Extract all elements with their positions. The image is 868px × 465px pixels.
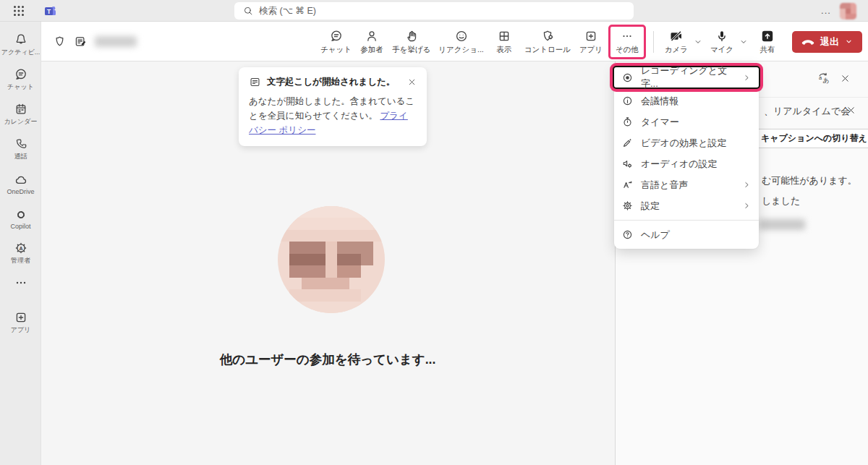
- menu-item-language-speech[interactable]: 言語と音声: [614, 174, 759, 195]
- meeting-apps-button[interactable]: アプリ: [576, 25, 606, 59]
- menu-item-meeting-info[interactable]: 会議情報: [614, 90, 759, 111]
- menu-item-label: レコーディングと文字...: [641, 64, 735, 90]
- search-placeholder: 検索 (⌥ ⌘ E): [259, 5, 316, 17]
- sidebar-item-activity[interactable]: アクティビ...: [0, 27, 41, 62]
- reactions-button[interactable]: リアクショ...: [435, 25, 486, 59]
- camera-chevron-icon[interactable]: [692, 35, 705, 48]
- leave-button[interactable]: 退出: [792, 31, 862, 53]
- sidebar-item-copilot[interactable]: Copilot: [0, 201, 41, 236]
- mic-chevron-icon[interactable]: [737, 35, 750, 48]
- toolbar-divider: [653, 31, 654, 53]
- phone-icon: [14, 137, 28, 151]
- ellipsis-icon: [620, 29, 634, 43]
- sidebar-item-label: アクティビ...: [1, 48, 41, 57]
- chevron-right-icon: [742, 73, 752, 82]
- sidebar-item-calendar[interactable]: カレンダー: [0, 97, 41, 132]
- timer-icon: [621, 116, 634, 128]
- transcript-icon: [249, 76, 261, 88]
- sidebar-item-label: チャット: [7, 82, 34, 92]
- calendar-icon: [14, 102, 28, 116]
- participant-avatar-pixelated: [278, 206, 385, 313]
- leave-label: 退出: [820, 35, 839, 48]
- caption-banner-close-icon[interactable]: [846, 105, 856, 116]
- gear-icon: [621, 200, 634, 212]
- share-screen-icon: [760, 29, 775, 43]
- control-button[interactable]: コントロール: [522, 25, 574, 59]
- menu-item-recording-transcription[interactable]: レコーディングと文字...: [614, 67, 759, 88]
- grid-view-icon: [497, 29, 511, 43]
- more-dots-icon: [14, 276, 28, 290]
- view-button[interactable]: 表示: [489, 25, 519, 59]
- switch-to-captions-button[interactable]: キャプションへの切り替え: [754, 129, 868, 148]
- menu-item-timer[interactable]: タイマー: [614, 111, 759, 132]
- caption-status-text: しました: [762, 195, 800, 208]
- menu-divider: [614, 220, 759, 221]
- participants-label: 参加者: [360, 45, 383, 55]
- app-launcher-icon[interactable]: [13, 5, 25, 17]
- more-actions-menu: レコーディングと文字... 会議情報 タイマー ビデオの効果と設定 オーディ: [614, 64, 759, 249]
- translate-language-icon[interactable]: a あ: [817, 72, 831, 85]
- svg-text:A: A: [19, 246, 22, 251]
- teams-logo-icon[interactable]: T: [43, 4, 57, 18]
- camera-button[interactable]: カメラ: [661, 25, 692, 59]
- participants-button[interactable]: 参加者: [357, 25, 387, 59]
- mic-icon: [715, 29, 729, 43]
- menu-item-label: 設定: [641, 200, 660, 213]
- sidebar-item-label: カレンダー: [4, 117, 38, 127]
- phone-down-icon: [801, 37, 815, 46]
- menu-item-help[interactable]: ヘルプ: [614, 224, 759, 245]
- topbar-more-icon[interactable]: ...: [817, 1, 835, 19]
- share-button[interactable]: 共有: [752, 25, 783, 59]
- raise-hand-label: 手を挙げる: [392, 45, 430, 55]
- teams-meeting-window: T 検索 (⌥ ⌘ E) ... アクティビ...: [0, 0, 868, 465]
- svg-text:あ: あ: [823, 77, 830, 84]
- caption-panel-close-icon[interactable]: [840, 73, 851, 84]
- toast-close-icon[interactable]: [407, 77, 417, 87]
- transcription-toast: 文字起こしが開始されました。 あなたが開始しました。含まれていることを全員に知ら…: [239, 67, 427, 146]
- sidebar-item-label: 通話: [14, 152, 27, 161]
- transcription-active-icon[interactable]: [74, 35, 88, 48]
- sidebar-item-chat[interactable]: チャット: [0, 62, 41, 97]
- shield-icon[interactable]: [53, 35, 67, 48]
- menu-item-label: 会議情報: [641, 95, 678, 108]
- more-actions-button[interactable]: その他: [612, 27, 642, 57]
- chat-button[interactable]: チャット: [318, 25, 354, 59]
- sidebar-item-more[interactable]: [0, 270, 41, 295]
- sidebar-item-apps[interactable]: アプリ: [0, 305, 41, 340]
- chevron-right-icon: [742, 180, 752, 189]
- sidebar-item-admin[interactable]: A 管理者: [0, 236, 41, 270]
- svg-text:T: T: [47, 8, 51, 15]
- annotation-highlight-recording: レコーディングと文字...: [613, 66, 760, 89]
- copilot-icon: [14, 208, 28, 222]
- menu-item-label: ビデオの効果と設定: [641, 137, 727, 150]
- app-sidebar: アクティビ... チャット カレンダー 通話 OneDrive: [0, 22, 41, 465]
- chat-icon: [14, 67, 28, 82]
- menu-item-video-effects[interactable]: ビデオの効果と設定: [614, 132, 759, 153]
- camera-off-icon: [668, 29, 684, 43]
- toast-title: 文字起こしが開始されました。: [267, 76, 395, 88]
- sidebar-item-onedrive[interactable]: OneDrive: [0, 166, 41, 201]
- raise-hand-button[interactable]: 手を挙げる: [389, 25, 433, 59]
- chat-label: チャット: [320, 45, 352, 55]
- record-icon: [621, 72, 634, 84]
- view-label: 表示: [496, 45, 511, 55]
- leave-chevron-icon[interactable]: [844, 37, 854, 46]
- search-input[interactable]: 検索 (⌥ ⌘ E): [234, 2, 634, 20]
- sidebar-item-label: OneDrive: [7, 188, 34, 195]
- sidebar-item-calls[interactable]: 通話: [0, 132, 41, 166]
- share-label: 共有: [760, 45, 775, 55]
- bell-icon: [14, 33, 28, 47]
- top-bar: T 検索 (⌥ ⌘ E) ...: [0, 0, 868, 22]
- user-avatar[interactable]: [840, 3, 856, 20]
- mic-button[interactable]: マイク: [707, 25, 737, 59]
- menu-item-label: 言語と音声: [641, 179, 688, 192]
- language-speech-icon: [621, 179, 634, 191]
- menu-item-settings[interactable]: 設定: [614, 195, 759, 216]
- meeting-info: [53, 22, 137, 61]
- apps-label: アプリ: [579, 45, 603, 55]
- menu-item-audio-settings[interactable]: オーディオの設定: [614, 153, 759, 174]
- admin-icon: A: [14, 241, 28, 255]
- camera-group: カメラ: [661, 25, 705, 59]
- cloud-icon: [14, 173, 28, 187]
- more-label: その他: [616, 45, 639, 55]
